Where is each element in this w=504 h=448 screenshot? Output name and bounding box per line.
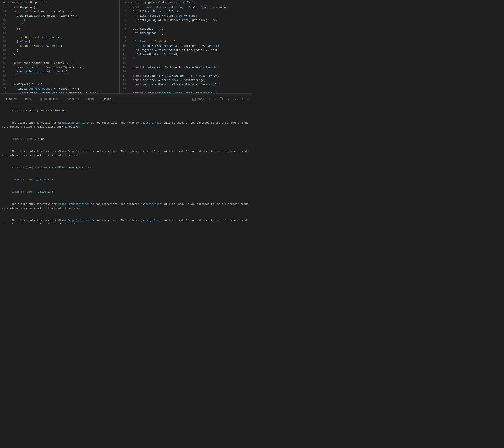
terminal-line: 02:25:51 [200] / 13ms: [2, 133, 250, 145]
left-breadcrumb: src > components > Graph.jsx > ...: [0, 0, 120, 5]
right-code-panel: 1export f let filteredPosts: any lPosts,…: [120, 5, 252, 93]
table-row: 61 }: [0, 48, 119, 53]
split-terminal-button[interactable]: ⌄: [213, 97, 217, 101]
table-row: 15 const totalPages = Math.ceil(filtered…: [120, 65, 252, 70]
table-row: 47 graphData.links?.forEach((link) => {: [0, 14, 119, 18]
table-row: 16: [120, 70, 252, 74]
tab-problems[interactable]: PROBLEMS: [1, 97, 20, 102]
terminal-line: The client:only directive for GlobalGrap…: [2, 145, 250, 161]
split-view-button[interactable]: [218, 97, 224, 102]
table-row: 57: [0, 31, 119, 36]
svg-rect-0: [193, 98, 195, 100]
horizontal-scrollbar[interactable]: [0, 94, 252, 96]
table-row: 3 .filter((post) => post.type == type): [120, 14, 252, 18]
close-panel-button[interactable]: ×: [246, 97, 250, 101]
table-row: 63: [0, 57, 119, 61]
table-row: 10 finished = filteredPosts.filter((post…: [120, 44, 252, 48]
tab-ports[interactable]: PORTS: [83, 97, 97, 102]
more-actions-button[interactable]: ···: [232, 97, 239, 101]
left-code-panel: 13const Graph = ({ 41 const handleNodeHo…: [0, 5, 120, 93]
left-code-table: 13const Graph = ({ 41 const handleNodeHo…: [0, 5, 119, 93]
add-terminal-button[interactable]: +: [208, 97, 212, 102]
table-row: 18 const endIndex = startIndex + postsPe…: [120, 78, 252, 83]
terminal-actions: node + ⌄ ··· ∧ ×: [191, 97, 252, 102]
table-row: 67 };: [0, 74, 119, 78]
table-row: 64 const handleNodeClick = (node) => {: [0, 61, 119, 65]
chevron-up-button[interactable]: ∧: [241, 97, 245, 101]
tab-debug-console[interactable]: DEBUG CONSOLE: [36, 97, 63, 102]
trash-icon: [226, 97, 230, 100]
trash-terminal-button[interactable]: [225, 97, 231, 102]
table-row: 68: [0, 78, 119, 83]
terminal-line: 02:25:58 [200] /_image 27ms: [2, 186, 250, 198]
table-row: 1export f let filteredPosts: any lPosts,…: [120, 5, 252, 10]
table-row: 62 };: [0, 53, 119, 57]
table-row: 69 useEffect(() => {: [0, 83, 119, 87]
table-row: 13const Graph = ({: [0, 5, 119, 10]
terminal-line: The client:only directive for GlobalGrap…: [2, 214, 250, 224]
terminal-output[interactable]: 02:25:51 watching for file changes... Th…: [0, 103, 252, 224]
editor-area: 13const Graph = ({ 41 const handleNodeHo…: [0, 5, 252, 94]
table-row: 17 const startIndex = (currentPage - 1) …: [120, 74, 252, 78]
table-row: 58 setDepthNodes(neighbors);: [0, 36, 119, 40]
terminal-line: 02:25:58 [200] /_image 110ms: [2, 174, 250, 186]
table-row: 60 setDepthNodes(new Set());: [0, 44, 119, 48]
table-row: 55 });: [0, 22, 119, 27]
right-code-container[interactable]: 1export f let filteredPosts: any lPosts,…: [120, 5, 252, 93]
table-row: 71 const node = graphData.nodes.find((n)…: [0, 91, 119, 93]
terminal-node-label: node: [191, 97, 206, 102]
table-row: 13 }: [120, 57, 252, 61]
table-row: 12 filteredPosts = finished;: [120, 53, 252, 57]
table-row: 56 });: [0, 27, 119, 31]
table-row: 19 const paginatedPosts = filteredPosts.…: [120, 83, 252, 87]
table-row: 20: [120, 87, 252, 91]
table-row: 66 window.location.href = noteUrl;: [0, 70, 119, 74]
right-code-table: 1export f let filteredPosts: any lPosts,…: [120, 5, 252, 93]
table-row: 8: [120, 36, 252, 40]
table-row: 5: [120, 22, 252, 27]
right-breadcrumb: src > scripts > paginatePosts.js > pagin…: [120, 0, 252, 5]
table-row: 4 .sort((a, b) => new Date(b.date).getTi…: [120, 18, 252, 22]
terminal-line: 02:25:51 watching for file changes...: [2, 105, 250, 117]
table-row: 54 }: [0, 18, 119, 22]
node-label-text: node: [196, 97, 205, 101]
tab-output[interactable]: OUTPUT: [20, 97, 36, 102]
table-row: 14: [120, 61, 252, 65]
table-row: 41 const handleNodeHover = (node) => {: [0, 10, 119, 14]
terminal-line: 02:25:58 [200] /markdowns/obsidian-theme…: [2, 161, 250, 174]
table-row: 6 let finished = [];: [120, 27, 252, 31]
table-row: 2 let filteredPosts = allPosts: [120, 10, 252, 14]
tab-terminal[interactable]: TERMINAL: [97, 97, 116, 102]
table-row: 70 window.setHoveredNode = (nodeId) => {: [0, 87, 119, 91]
terminal-line: The client:only directive for GlobalGrap…: [2, 117, 250, 133]
table-row: 9 if (type == 'logbooks') {: [120, 40, 252, 44]
panel-tabs: PROBLEMS OUTPUT DEBUG CONSOLE COMMENTS P…: [0, 96, 252, 103]
terminal-line: The client:only directive for GlobalGrap…: [2, 198, 250, 214]
left-code-container[interactable]: 13const Graph = ({ 41 const handleNodeHo…: [0, 5, 119, 93]
table-row: 21 return { paginatedPosts, totalPages, …: [120, 91, 252, 93]
editor-wrapper: src > components > Graph.jsx > ... src >…: [0, 0, 252, 224]
tab-comments[interactable]: COMMENTS: [64, 97, 83, 102]
table-row: 65 const noteUrl = `/markdowns/${node.id…: [0, 65, 119, 70]
split-icon: [219, 97, 223, 100]
table-row: 7 let inProgress = [];: [120, 31, 252, 36]
table-row: 59 } else {: [0, 40, 119, 44]
terminal-icon: [192, 98, 196, 101]
table-row: 11 inProgress = filteredPosts.filter((po…: [120, 48, 252, 53]
